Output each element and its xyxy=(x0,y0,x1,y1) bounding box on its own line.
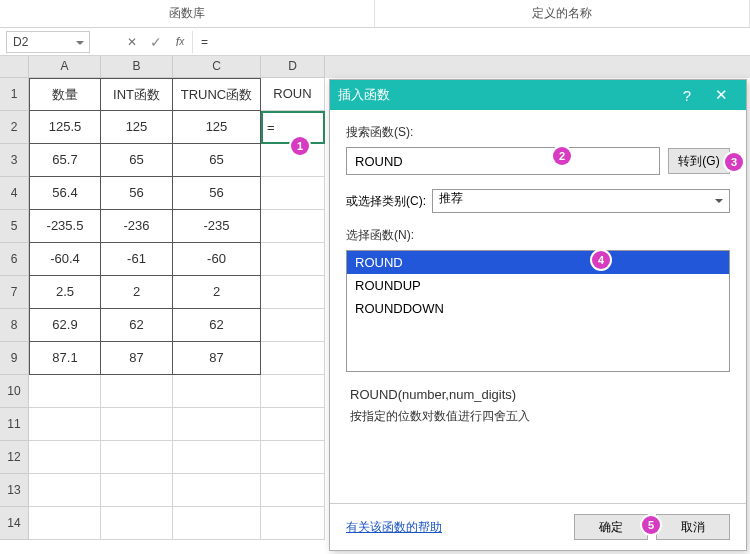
dialog-help-icon[interactable]: ? xyxy=(670,87,704,104)
row-header-6[interactable]: 6 xyxy=(0,243,29,276)
search-label: 搜索函数(S): xyxy=(346,124,730,141)
function-listbox[interactable]: ROUNDROUNDUPROUNDDOWN xyxy=(346,250,730,372)
cell-A5[interactable]: -235.5 xyxy=(29,210,101,243)
cell-C7[interactable]: 2 xyxy=(173,276,261,309)
cell-B8[interactable]: 62 xyxy=(101,309,173,342)
col-header-C[interactable]: C xyxy=(173,56,261,78)
callout-badge-1: 1 xyxy=(291,137,309,155)
cell-A1[interactable]: 数量 xyxy=(29,78,101,111)
function-item-round[interactable]: ROUND xyxy=(347,251,729,274)
cell-C6[interactable]: -60 xyxy=(173,243,261,276)
dialog-titlebar[interactable]: 插入函数 ? ✕ xyxy=(330,80,746,110)
cell-D5[interactable] xyxy=(261,210,325,243)
cell-A3[interactable]: 65.7 xyxy=(29,144,101,177)
cell-C1[interactable]: TRUNC函数 xyxy=(173,78,261,111)
cell-A12[interactable] xyxy=(29,441,101,474)
row-header-3[interactable]: 3 xyxy=(0,144,29,177)
close-icon[interactable]: ✕ xyxy=(704,86,738,104)
ribbon-group-defined-names: 定义的名称 xyxy=(375,0,750,27)
goto-button[interactable]: 转到(G) xyxy=(668,148,730,174)
cell-A7[interactable]: 2.5 xyxy=(29,276,101,309)
formula-bar-input[interactable]: = xyxy=(192,31,750,53)
cell-B6[interactable]: -61 xyxy=(101,243,173,276)
cell-D8[interactable] xyxy=(261,309,325,342)
cell-C4[interactable]: 56 xyxy=(173,177,261,210)
row-header-12[interactable]: 12 xyxy=(0,441,29,474)
cell-B12[interactable] xyxy=(101,441,173,474)
row-header-1[interactable]: 1 xyxy=(0,78,29,111)
cell-C3[interactable]: 65 xyxy=(173,144,261,177)
cell-C12[interactable] xyxy=(173,441,261,474)
function-item-roundup[interactable]: ROUNDUP xyxy=(347,274,729,297)
cell-B5[interactable]: -236 xyxy=(101,210,173,243)
col-header-A[interactable]: A xyxy=(29,56,101,78)
name-box[interactable]: D2 xyxy=(6,31,90,53)
cell-D10[interactable] xyxy=(261,375,325,408)
row-header-2[interactable]: 2 xyxy=(0,111,29,144)
cancel-button[interactable]: 取消 xyxy=(656,514,730,540)
insert-function-dialog: 插入函数 ? ✕ 搜索函数(S): 转到(G) 或选择类别(C): 推荐 选择函… xyxy=(329,79,747,551)
cell-B11[interactable] xyxy=(101,408,173,441)
row-header-13[interactable]: 13 xyxy=(0,474,29,507)
col-header-B[interactable]: B xyxy=(101,56,173,78)
cell-B7[interactable]: 2 xyxy=(101,276,173,309)
cell-B14[interactable] xyxy=(101,507,173,540)
row-header-10[interactable]: 10 xyxy=(0,375,29,408)
cell-D7[interactable] xyxy=(261,276,325,309)
cell-D14[interactable] xyxy=(261,507,325,540)
cell-A11[interactable] xyxy=(29,408,101,441)
cell-A6[interactable]: -60.4 xyxy=(29,243,101,276)
row-header-9[interactable]: 9 xyxy=(0,342,29,375)
name-formula-bar: D2 ✕ ✓ fx = xyxy=(0,28,750,56)
function-item-rounddown[interactable]: ROUNDDOWN xyxy=(347,297,729,320)
cell-D12[interactable] xyxy=(261,441,325,474)
row-header-7[interactable]: 7 xyxy=(0,276,29,309)
dialog-title: 插入函数 xyxy=(338,86,670,104)
cell-A10[interactable] xyxy=(29,375,101,408)
search-input[interactable] xyxy=(346,147,660,175)
cell-A14[interactable] xyxy=(29,507,101,540)
cell-D11[interactable] xyxy=(261,408,325,441)
cell-B4[interactable]: 56 xyxy=(101,177,173,210)
ok-button[interactable]: 确定 xyxy=(574,514,648,540)
cell-D13[interactable] xyxy=(261,474,325,507)
cell-C2[interactable]: 125 xyxy=(173,111,261,144)
cell-C9[interactable]: 87 xyxy=(173,342,261,375)
function-help-link[interactable]: 有关该函数的帮助 xyxy=(346,519,566,536)
row-header-11[interactable]: 11 xyxy=(0,408,29,441)
row-header-8[interactable]: 8 xyxy=(0,309,29,342)
ribbon-group-labels: 函数库 定义的名称 xyxy=(0,0,750,28)
col-header-D[interactable]: D xyxy=(261,56,325,78)
callout-badge-2: 2 xyxy=(553,147,571,165)
cell-B3[interactable]: 65 xyxy=(101,144,173,177)
insert-function-icon[interactable]: fx xyxy=(168,31,192,53)
cell-B9[interactable]: 87 xyxy=(101,342,173,375)
cell-C8[interactable]: 62 xyxy=(173,309,261,342)
cell-D6[interactable] xyxy=(261,243,325,276)
cell-A8[interactable]: 62.9 xyxy=(29,309,101,342)
cell-A13[interactable] xyxy=(29,474,101,507)
cell-B2[interactable]: 125 xyxy=(101,111,173,144)
row-header-14[interactable]: 14 xyxy=(0,507,29,540)
row-header-5[interactable]: 5 xyxy=(0,210,29,243)
cell-C5[interactable]: -235 xyxy=(173,210,261,243)
cell-C10[interactable] xyxy=(173,375,261,408)
select-all-corner[interactable] xyxy=(0,56,29,78)
cancel-formula-icon[interactable]: ✕ xyxy=(120,31,144,53)
cell-C13[interactable] xyxy=(173,474,261,507)
cell-C11[interactable] xyxy=(173,408,261,441)
cell-D9[interactable] xyxy=(261,342,325,375)
cell-C14[interactable] xyxy=(173,507,261,540)
callout-badge-5: 5 xyxy=(642,516,660,534)
cell-D1[interactable]: ROUN xyxy=(261,78,325,111)
cell-B10[interactable] xyxy=(101,375,173,408)
cell-B1[interactable]: INT函数 xyxy=(101,78,173,111)
category-select[interactable]: 推荐 xyxy=(432,189,730,213)
cell-A2[interactable]: 125.5 xyxy=(29,111,101,144)
cell-B13[interactable] xyxy=(101,474,173,507)
cell-A4[interactable]: 56.4 xyxy=(29,177,101,210)
enter-formula-icon[interactable]: ✓ xyxy=(144,31,168,53)
cell-A9[interactable]: 87.1 xyxy=(29,342,101,375)
cell-D4[interactable] xyxy=(261,177,325,210)
row-header-4[interactable]: 4 xyxy=(0,177,29,210)
